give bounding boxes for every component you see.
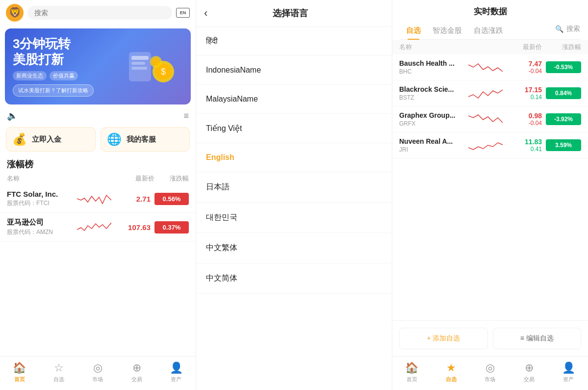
right-stock-info: Nuveen Real A... JRI: [399, 137, 468, 153]
right-table-header: 名称 最新价 涨跌幅: [392, 40, 588, 54]
watchlist-icon: ☆: [54, 362, 64, 374]
mini-chart: [77, 191, 111, 206]
table-row[interactable]: FTC Solar, Inc. 股票代码：FTCI 2.71 0.56%: [0, 185, 196, 213]
lang-item-english[interactable]: English: [196, 143, 392, 172]
table-row[interactable]: Bausch Health ... BHC 7.47 -0.04 -0.53%: [392, 54, 588, 80]
change-badge: 0.37%: [154, 221, 189, 234]
nav-home[interactable]: 🏠 首页: [0, 360, 39, 385]
svg-text:🦁: 🦁: [9, 6, 21, 18]
en-badge[interactable]: EN: [176, 8, 190, 18]
lang-item-vietnamese[interactable]: Tiếng Việt: [196, 114, 392, 143]
lang-header: ‹ 选择语言: [196, 0, 392, 27]
th-name: 名称: [7, 174, 115, 183]
right-stock-name: Nuveen Real A...: [399, 137, 468, 145]
edit-watchlist-button[interactable]: ≡ 编辑自选: [493, 328, 582, 349]
right-price: 11.83: [503, 138, 542, 146]
right-price: 17.15: [503, 86, 542, 94]
banner-action[interactable]: 试水美股打新？了解打新攻略: [13, 84, 94, 97]
lang-item-simplified-chinese[interactable]: 中文简体: [196, 263, 392, 294]
volume-icon[interactable]: 🔈: [7, 110, 18, 121]
right-price: 0.98: [503, 112, 542, 120]
right-nav-home[interactable]: 🏠 首页: [392, 360, 432, 385]
nav-trade[interactable]: ⊕ 交易: [117, 360, 156, 385]
service-icon: 🌐: [107, 132, 122, 146]
stock-info: 亚马逊公司 股票代码：AMZN: [7, 218, 77, 236]
table-row[interactable]: Blackrock Scie... BSTZ 17.15 0.14 0.84%: [392, 80, 588, 106]
rt-name: 名称: [399, 43, 503, 52]
right-title: 实时数据: [400, 6, 580, 17]
nav-home-label: 首页: [14, 376, 25, 383]
menu-lines-icon[interactable]: ≡: [183, 111, 189, 121]
tab-watchlist-change[interactable]: 自选涨跌: [468, 22, 509, 39]
right-change-badge: -0.53%: [546, 61, 581, 73]
quick-actions: 💰 立即入金 🌐 我的客服: [0, 124, 196, 155]
svg-rect-5: [131, 67, 147, 70]
right-nav-watchlist[interactable]: ★ 自选: [432, 360, 471, 385]
tab-smart-picks[interactable]: 智选金股: [427, 22, 468, 39]
stock-name: FTC Solar, Inc.: [7, 190, 77, 198]
nav-trade-label: 交易: [131, 376, 142, 383]
right-price-col: 17.15 0.14: [503, 86, 542, 101]
right-price-change: -0.04: [503, 68, 542, 75]
right-stock-info: Blackrock Scie... BSTZ: [399, 85, 468, 101]
right-search-area[interactable]: 🔍 搜索: [555, 25, 580, 37]
right-mini-chart: [468, 138, 503, 153]
watchlist-icon: ★: [446, 362, 456, 374]
right-price-change: -0.04: [503, 120, 542, 127]
service-button[interactable]: 🌐 我的客服: [101, 127, 190, 152]
right-header: 实时数据 自选 智选金股 自选涨跌 🔍 搜索: [392, 0, 588, 40]
table-row[interactable]: Nuveen Real A... JRI 11.83 0.41 3.59%: [392, 132, 588, 158]
stock-price: 2.71: [111, 195, 151, 203]
right-stock-code: BSTZ: [399, 94, 468, 101]
nav-watchlist[interactable]: ☆ 自选: [39, 360, 78, 385]
nav-market[interactable]: ◎ 市场: [78, 360, 118, 385]
right-stock-code: BHC: [399, 68, 468, 75]
right-stock-info: Bausch Health ... BHC: [399, 59, 468, 75]
table-row[interactable]: Graphex Group... GRFX 0.98 -0.04 -3.92%: [392, 106, 588, 132]
right-search-label: 搜索: [566, 25, 580, 33]
banner-pill-2: 价值共赢: [50, 71, 78, 80]
right-nav-market[interactable]: ◎ 市场: [471, 360, 510, 385]
nav-home-label: 首页: [407, 376, 417, 383]
lang-item-malaysia[interactable]: MalaysiaName: [196, 85, 392, 114]
lang-item-japanese[interactable]: 日本語: [196, 172, 392, 203]
right-change-badge: -3.92%: [546, 113, 581, 125]
service-label: 我的客服: [127, 135, 156, 144]
banner-graphic: $: [124, 42, 183, 91]
right-nav-trade[interactable]: ⊕ 交易: [510, 360, 549, 385]
nav-trade-label: 交易: [524, 376, 535, 383]
right-price-col: 11.83 0.41: [503, 138, 542, 153]
bottom-nav-right: 🏠 首页 ★ 自选 ◎ 市场 ⊕ 交易 👤 资产: [392, 356, 588, 390]
right-nav-assets[interactable]: 👤 资产: [549, 360, 588, 385]
nav-watchlist-label: 自选: [446, 376, 457, 383]
banner-title-line1: 3分钟玩转: [13, 36, 124, 52]
nav-market-label: 市场: [92, 376, 103, 383]
search-input[interactable]: [27, 6, 172, 20]
banner-title-line2: 美股打新: [13, 52, 124, 67]
back-button[interactable]: ‹: [204, 7, 207, 20]
tab-watchlist[interactable]: 自选: [400, 22, 427, 39]
right-stock-name: Graphex Group...: [399, 111, 468, 119]
add-watchlist-button[interactable]: + 添加自选: [399, 328, 488, 349]
assets-icon: 👤: [170, 362, 183, 374]
stock-price-col: 2.71: [111, 195, 151, 203]
right-stock-code: GRFX: [399, 120, 468, 127]
right-change-badge: 3.59%: [546, 139, 581, 151]
lang-item-traditional-chinese[interactable]: 中文繁体: [196, 233, 392, 263]
svg-rect-3: [131, 56, 149, 60]
banner: 3分钟玩转 美股打新 新商业生态 价值共赢 试水美股打新？了解打新攻略 $: [5, 28, 191, 104]
middle-panel: ‹ 选择语言 हिंदी IndonesiaName MalaysiaName …: [196, 0, 392, 390]
deposit-button[interactable]: 💰 立即入金: [6, 127, 96, 152]
lang-item-indonesia[interactable]: IndonesiaName: [196, 56, 392, 85]
nav-watchlist-label: 自选: [53, 376, 64, 383]
right-price-change: 0.14: [503, 94, 542, 101]
rt-change: 涨跌幅: [542, 43, 581, 52]
lang-item-hindi[interactable]: हिंदी: [196, 27, 392, 56]
nav-assets[interactable]: 👤 资产: [156, 360, 196, 385]
right-price-change: 0.41: [503, 146, 542, 153]
table-row[interactable]: 亚马逊公司 股票代码：AMZN 107.63 0.37%: [0, 213, 196, 242]
lang-item-korean[interactable]: 대한민국: [196, 203, 392, 233]
th-change: 涨跌幅: [154, 174, 189, 183]
rt-price: 最新价: [503, 43, 542, 52]
trade-icon: ⊕: [525, 362, 534, 374]
